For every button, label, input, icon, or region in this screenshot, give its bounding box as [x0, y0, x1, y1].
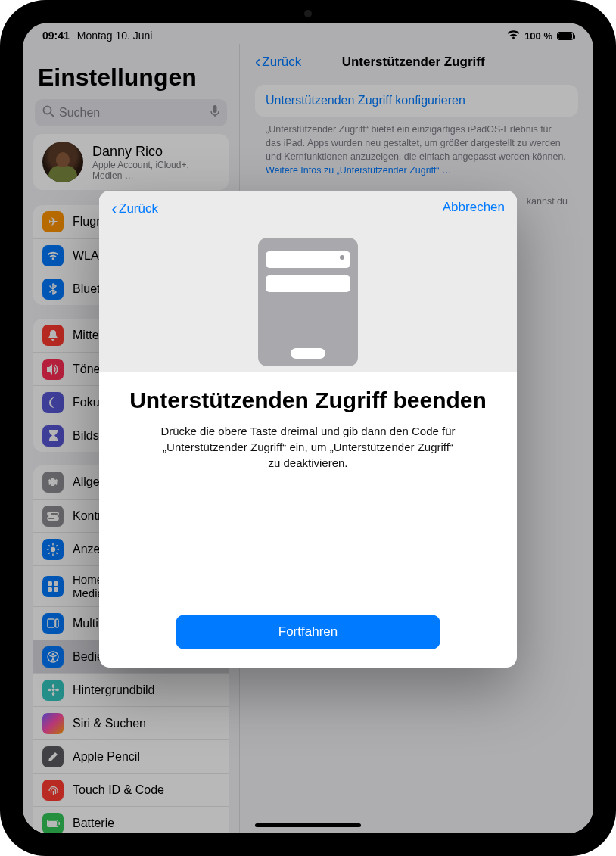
home-indicator[interactable] — [255, 823, 361, 827]
sheet-title: Unterstützenden Zugriff beenden — [129, 388, 487, 414]
device-illustration-icon — [258, 238, 358, 366]
front-camera — [304, 10, 312, 17]
sheet-cancel-button[interactable]: Abbrechen — [443, 200, 505, 218]
sheet-back-button[interactable]: ‹ Zurück — [111, 200, 158, 218]
ipad-device-frame: 09:41 Montag 10. Juni 100 % Einstellunge… — [0, 0, 616, 856]
sheet-back-label: Zurück — [119, 201, 158, 216]
screen: 09:41 Montag 10. Juni 100 % Einstellunge… — [23, 23, 593, 833]
chevron-left-icon: ‹ — [111, 200, 117, 218]
sheet-illustration-area: ‹ Zurück Abbrechen — [99, 191, 517, 372]
sheet-description: Drücke die obere Taste dreimal und gib d… — [157, 423, 459, 471]
continue-button[interactable]: Fortfahren — [176, 615, 440, 649]
exit-assistive-access-sheet: ‹ Zurück Abbrechen Unterstützenden Zugri… — [99, 191, 517, 668]
